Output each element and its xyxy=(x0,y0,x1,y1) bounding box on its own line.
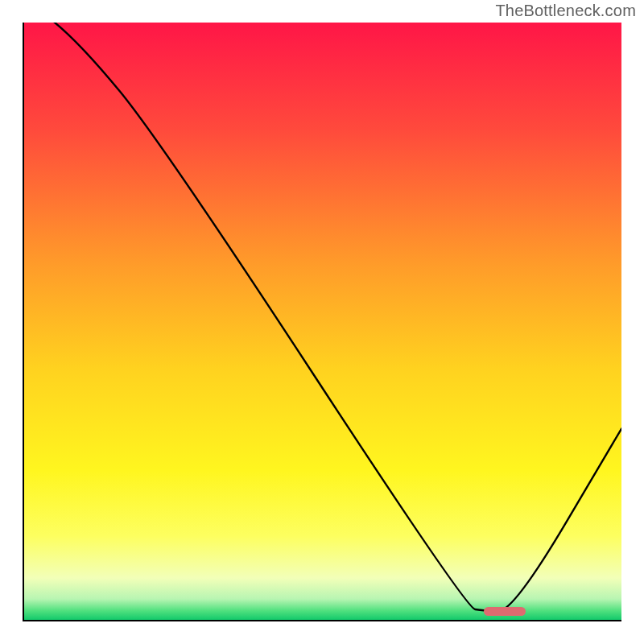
chart-plot-area xyxy=(23,23,621,621)
optimal-marker xyxy=(484,607,526,616)
bottleneck-curve xyxy=(24,23,621,620)
attribution-text: TheBottleneck.com xyxy=(495,2,636,20)
